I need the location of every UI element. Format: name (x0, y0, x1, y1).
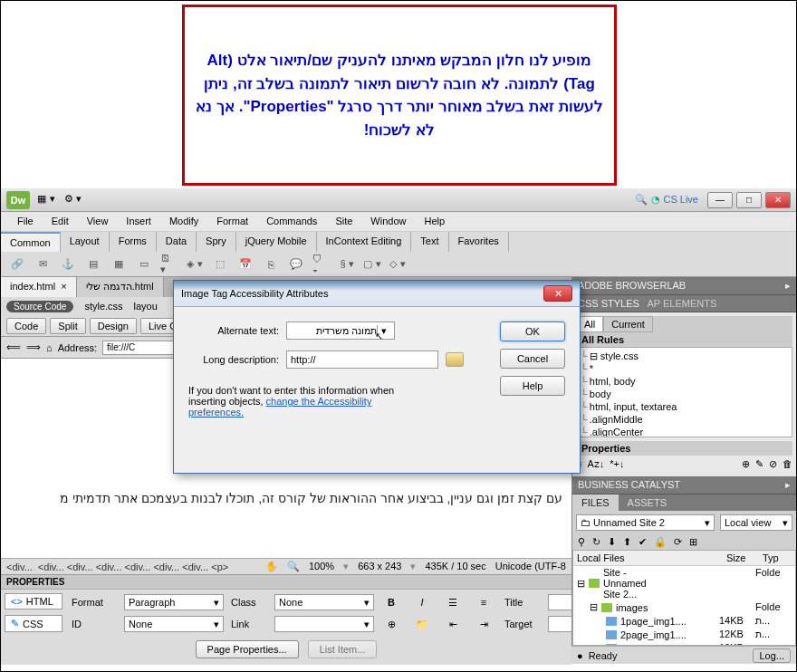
rule-item[interactable]: * (579, 362, 790, 375)
bold-icon[interactable]: B (381, 593, 401, 611)
outdent-icon[interactable]: ⇤ (443, 615, 463, 633)
attach-css-icon[interactable]: ⊕ (742, 458, 750, 470)
file-row[interactable]: 1page_img1....14KBת... (573, 614, 795, 628)
link-select[interactable]: ▾ (274, 616, 374, 632)
hyperlink-icon[interactable]: 🔗 (8, 255, 26, 274)
menu-help[interactable]: Help (415, 212, 454, 231)
italic-icon[interactable]: I (412, 593, 432, 611)
tab-forms[interactable]: Forms (110, 232, 157, 252)
indent-icon[interactable]: ⇥ (474, 615, 494, 633)
window-dims[interactable]: 663 x 243 (358, 561, 401, 572)
tab-common[interactable]: Common (1, 232, 61, 252)
html-mode-button[interactable]: <>HTML (5, 593, 62, 610)
date-icon[interactable]: 📅 (236, 255, 254, 274)
browserlab-panel-title[interactable]: ADOBE BROWSERLAB▸ (572, 277, 796, 295)
properties-title[interactable]: PROPERTIES (1, 575, 571, 590)
get-icon[interactable]: ⬇ (608, 536, 616, 548)
assets-tab[interactable]: ASSETS (619, 494, 676, 511)
menu-file[interactable]: File (8, 212, 43, 231)
layout-icon[interactable]: ▦ ▾ (37, 193, 55, 207)
ssi-icon[interactable]: ⎘ (262, 255, 280, 274)
templates-icon[interactable]: ▢ ▾ (363, 255, 381, 274)
back-icon[interactable]: ⟸ (6, 341, 21, 353)
checkin-icon[interactable]: 🔒 (654, 536, 667, 548)
hrule-icon[interactable]: ▤ (84, 255, 102, 274)
refresh-icon[interactable]: ↻ (592, 536, 600, 548)
css-current-tab[interactable]: Current (603, 316, 653, 332)
col-name[interactable]: Local Files (573, 551, 723, 565)
menu-format[interactable]: Format (207, 212, 257, 231)
show-set-icon[interactable]: *+↓ (610, 458, 624, 470)
css-rules-tree[interactable]: ⊟ style.css * html, body body html, inpu… (576, 347, 792, 437)
source-code-pill[interactable]: Source Code (6, 301, 73, 312)
sync-icon[interactable]: ⟳ (674, 536, 682, 548)
business-catalyst-title[interactable]: BUSINESS CATALYST▸ (572, 476, 796, 494)
ol-icon[interactable]: ≡ (474, 593, 494, 611)
format-select[interactable]: Paragraph▾ (124, 594, 224, 610)
split-view-button[interactable]: Split (50, 318, 85, 334)
browse-button[interactable] (446, 352, 464, 367)
zoom-level[interactable]: 100% (309, 561, 334, 572)
doc-tab-index[interactable]: index.html × (1, 277, 77, 297)
cs-live-button[interactable]: ◔ CS Live (651, 194, 698, 206)
search-icon[interactable]: 🔍 (635, 194, 648, 206)
zoom-tool-icon[interactable]: 🔍 (287, 561, 300, 572)
checkout-icon[interactable]: ✔ (639, 536, 647, 548)
extend-icon[interactable]: ⚙ ▾ (63, 193, 82, 207)
tab-layout[interactable]: Layout (61, 232, 110, 252)
show-list-icon[interactable]: Aᴢ↓ (587, 458, 604, 470)
cancel-button[interactable]: Cancel (500, 349, 565, 369)
div-icon[interactable]: ▭ (135, 255, 153, 274)
home-icon[interactable]: ⌂ (46, 342, 53, 353)
site-select[interactable]: 🗀 Unnamed Site 2▾ (576, 514, 715, 531)
connect-icon[interactable]: ⚲ (578, 536, 585, 548)
named-anchor-icon[interactable]: ⚓ (59, 255, 77, 274)
close-button[interactable]: ✕ (765, 192, 791, 208)
files-tab[interactable]: FILES (572, 494, 619, 511)
dialog-titlebar[interactable]: Image Tag Accessibility Attributes ✕ (174, 281, 580, 307)
tab-data[interactable]: Data (157, 232, 197, 252)
tag-crumb[interactable]: <div... <div... <div... <div... <div... … (38, 562, 228, 572)
browse-file-icon[interactable]: 📁 (412, 615, 432, 633)
dialog-close-button[interactable]: ✕ (543, 285, 572, 302)
rule-item[interactable]: .alignMiddle (579, 413, 790, 426)
comment-icon[interactable]: 💬 (287, 255, 305, 274)
rule-item[interactable]: html, input, textarea (579, 400, 790, 413)
maximize-button[interactable]: □ (736, 192, 762, 208)
file-row-root[interactable]: ⊟ Site - Unnamed Site 2...Folde (573, 566, 795, 600)
email-link-icon[interactable]: ✉ (34, 255, 52, 274)
table-icon[interactable]: ▦ (110, 255, 128, 274)
script-icon[interactable]: § ▾ (338, 255, 356, 274)
rule-item[interactable]: html, body (579, 375, 790, 388)
delete-rule-icon[interactable]: 🗑 (783, 458, 792, 470)
file-row-images[interactable]: ⊟ imagesFolde (573, 600, 795, 614)
menu-window[interactable]: Window (361, 212, 415, 231)
ok-button[interactable]: OK (500, 322, 565, 341)
id-select[interactable]: None▾ (124, 616, 224, 632)
tag-chooser-icon[interactable]: ◇ ▾ (389, 255, 407, 274)
log-button[interactable]: Log... (753, 648, 791, 663)
tab-jquery[interactable]: jQuery Mobile (236, 232, 317, 252)
expand-icon[interactable]: ⊞ (689, 536, 697, 548)
long-desc-input[interactable] (286, 350, 438, 369)
menu-insert[interactable]: Insert (117, 212, 160, 231)
tag-crumb-first[interactable]: <div... (6, 562, 33, 572)
menu-view[interactable]: View (78, 212, 118, 231)
widget-icon[interactable]: ⬚ (211, 255, 229, 274)
images-icon[interactable]: 🖻 ▾ (160, 255, 178, 274)
edit-rule-icon[interactable]: ⊘ (769, 458, 777, 470)
related-layout[interactable]: layou (134, 301, 158, 312)
files-tree[interactable]: Local Files Size Typ ⊟ Site - Unnamed Si… (572, 550, 796, 646)
class-select[interactable]: None▾ (274, 594, 374, 610)
tab-incontext[interactable]: InContext Editing (317, 232, 412, 252)
tab-text[interactable]: Text (411, 232, 448, 252)
menu-site[interactable]: Site (326, 212, 361, 231)
related-style[interactable]: style.css (84, 301, 122, 312)
rule-item[interactable]: body (579, 388, 790, 400)
head-icon[interactable]: ⛉ ▾ (312, 255, 331, 274)
hand-tool-icon[interactable]: ✋ (265, 561, 278, 572)
media-icon[interactable]: ◈ ▾ (186, 255, 204, 274)
point-to-file-icon[interactable]: ⊕ (381, 615, 401, 633)
list-item-button[interactable]: List Item... (308, 640, 378, 658)
tab-spry[interactable]: Spry (197, 232, 236, 252)
